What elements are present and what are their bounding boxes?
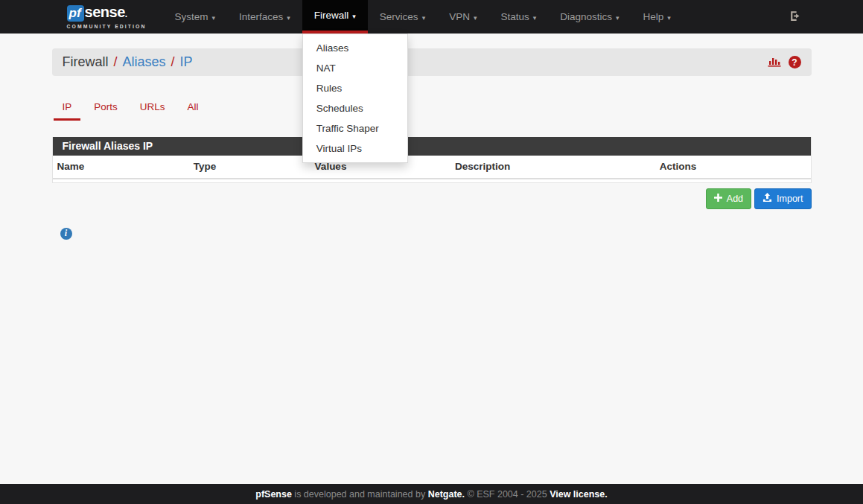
firewall-dropdown-menu: Aliases NAT Rules Schedules Traffic Shap… [302,34,408,163]
menu-item-help[interactable]: Help▾ [631,0,683,34]
caret-down-icon: ▾ [422,14,426,22]
question-mark-icon: ? [789,56,801,68]
alias-type-tabs: IP Ports URLs All [52,96,812,121]
menu-item-status[interactable]: Status▾ [488,0,548,34]
import-button[interactable]: Import [754,188,811,209]
dropdown-item-schedules[interactable]: Schedules [303,98,407,118]
aliases-table: Name Type Values Description Actions [53,156,811,182]
dropdown-item-nat[interactable]: NAT [303,58,407,78]
breadcrumb-link-aliases[interactable]: Aliases [123,54,166,70]
tab-ports[interactable]: Ports [85,96,127,121]
breadcrumb-separator: / [171,54,175,70]
caret-down-icon: ▾ [352,13,356,20]
dropdown-item-traffic-shaper[interactable]: Traffic Shaper [303,118,407,138]
footer-copyright: © ESF 2004 - 2025 [465,489,550,500]
breadcrumb-link-ip[interactable]: IP [180,54,193,70]
breadcrumb: Firewall / Aliases / IP ? [52,48,812,76]
panel-title: Firewall Aliases IP [53,137,811,156]
column-header-description: Description [450,156,655,179]
sign-out-icon [789,10,801,25]
pfsense-logo-tm: . [125,10,127,19]
pfsense-logo[interactable]: pf sense . COMMUNITY EDITION [67,0,147,34]
menu-item-vpn[interactable]: VPN▾ [437,0,488,34]
caret-down-icon: ▾ [287,14,290,22]
table-actions: Add Import [52,188,812,209]
tab-ip[interactable]: IP [54,96,81,121]
dropdown-item-virtual-ips[interactable]: Virtual IPs [303,138,407,159]
plus-icon [714,194,722,204]
status-graphs-button[interactable] [768,55,781,69]
bar-chart-icon [768,55,781,69]
column-header-actions: Actions [655,156,811,179]
help-button[interactable]: ? [789,56,801,68]
menu-item-firewall[interactable]: Firewall▾ Aliases NAT Rules Schedules Tr… [302,0,368,34]
menu-item-services[interactable]: Services▾ [368,0,437,34]
dropdown-item-rules[interactable]: Rules [303,78,407,98]
add-button[interactable]: Add [706,188,751,209]
caret-down-icon: ▾ [533,14,537,22]
top-navbar: pf sense . COMMUNITY EDITION System▾ Int… [0,0,863,34]
breadcrumb-section: Firewall [63,54,109,70]
pfsense-logo-name: sense [85,4,125,19]
caret-down-icon: ▾ [211,14,215,22]
logout-button[interactable] [783,5,807,29]
dropdown-item-aliases[interactable]: Aliases [303,38,407,58]
column-header-type: Type [189,156,311,179]
info-icon[interactable]: i [60,228,72,240]
footer-brand: pfSense [255,489,292,500]
footer-netgate-link[interactable]: Netgate. [428,489,465,500]
footer-text: is developed and maintained by [292,489,428,500]
pfsense-logo-edition: COMMUNITY EDITION [67,24,147,29]
breadcrumb-separator: / [114,54,118,70]
column-header-name: Name [53,156,189,179]
caret-down-icon: ▾ [474,14,477,22]
menu-item-diagnostics[interactable]: Diagnostics▾ [548,0,631,34]
tab-all[interactable]: All [179,96,208,121]
footer-license-link[interactable]: View license. [550,489,608,500]
caret-down-icon: ▾ [667,14,671,22]
main-menu: System▾ Interfaces▾ Firewall▾ Aliases NA… [162,0,682,34]
pfsense-logo-pf: pf [67,5,84,22]
menu-item-interfaces[interactable]: Interfaces▾ [227,0,302,34]
tab-urls[interactable]: URLs [131,96,174,121]
table-header-row: Name Type Values Description Actions [53,156,811,179]
page-footer: pfSense is developed and maintained by N… [0,484,863,504]
menu-item-system[interactable]: System▾ [162,0,227,34]
upload-icon [762,193,772,205]
firewall-aliases-panel: Firewall Aliases IP Name Type Values Des… [52,137,812,183]
caret-down-icon: ▾ [616,14,620,22]
